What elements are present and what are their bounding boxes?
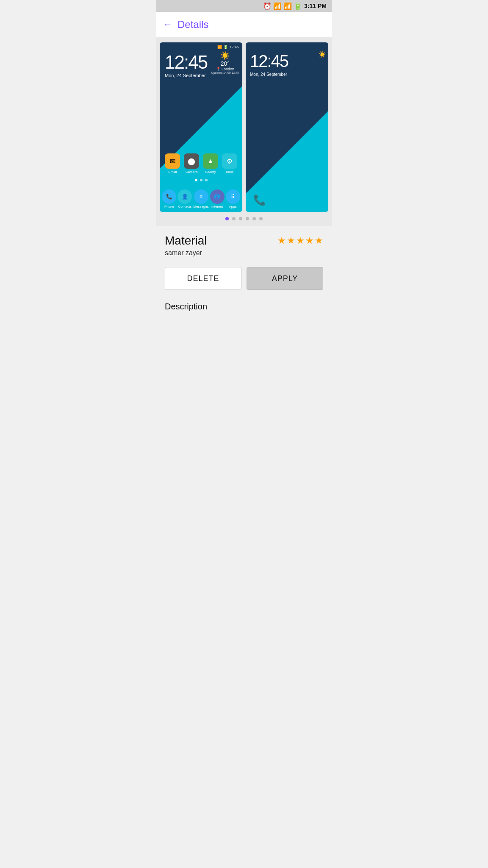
contacts-dock-icon: 👤: [177, 189, 192, 204]
dock-apps: ⠿ Apps: [226, 189, 240, 209]
header: ← Details: [156, 12, 332, 37]
preview-time-small: 12:45: [229, 45, 239, 49]
dot-3: [205, 179, 208, 181]
app-icons-row: ✉ Email ⬤ Camera ▲ Gallery ⚙ Tools: [160, 153, 242, 174]
theme-author: samer zayer: [165, 249, 323, 257]
star-2: ★: [287, 235, 295, 246]
app-icon-email: ✉ Email: [165, 153, 180, 174]
gallery-icon-box: ▲: [203, 153, 218, 169]
tools-label: Tools: [225, 170, 233, 174]
apply-button[interactable]: APPLY: [247, 267, 323, 290]
battery-icon: 🔋: [294, 2, 302, 10]
weather-widget: ☀️ 20° 📍 London Updated 14/09 12:45: [211, 51, 239, 74]
right-weather-icon: ☀️: [319, 51, 326, 58]
page-dot-4[interactable]: [246, 217, 249, 220]
pagination-dots: [156, 212, 332, 226]
internet-dock-icon: 🌐: [210, 189, 225, 204]
email-label: Email: [168, 170, 177, 174]
delete-button[interactable]: DELETE: [165, 267, 241, 290]
wifi-icon: 📶: [273, 2, 282, 10]
apps-dock-icon: ⠿: [226, 189, 240, 204]
dock-phone: 📞 Phone: [162, 189, 176, 209]
theme-name: Material: [165, 234, 207, 248]
star-4: ★: [305, 235, 314, 246]
phone-label: Phone: [164, 205, 174, 209]
camera-label: Camera: [186, 170, 197, 174]
weather-icon: ☀️: [211, 51, 239, 60]
app-icon-tools: ⚙ Tools: [222, 153, 237, 174]
internet-label: Internet: [211, 205, 223, 209]
star-1: ★: [277, 235, 286, 246]
preview-date: Mon, 24 September: [165, 73, 206, 78]
right-preview-clock: 12:45: [250, 52, 288, 71]
camera-icon-box: ⬤: [184, 153, 199, 169]
dock-row: 📞 Phone 👤 Contacts ≡ Messages 🌐 Internet…: [160, 189, 242, 209]
dot-2: [200, 179, 202, 181]
weather-temp: 20°: [211, 60, 239, 67]
tools-icon-box: ⚙: [222, 153, 237, 169]
app-icon-gallery: ▲ Gallery: [203, 153, 218, 174]
page-dot-1[interactable]: [225, 217, 229, 220]
weather-updated: Updated 14/09 12:45: [211, 71, 239, 74]
preview-card-right[interactable]: 12:45 Mon, 24 September ☀️ 📞: [246, 42, 328, 212]
page-title: Details: [177, 19, 208, 31]
preview-signal: 📶: [217, 45, 222, 49]
right-phone-icon: 📞: [253, 194, 266, 206]
messages-label: Messages: [193, 205, 208, 209]
page-dot-2[interactable]: [232, 217, 236, 220]
status-bar: ⏰ 📶 📶 🔋 3:11 PM: [156, 0, 332, 12]
apps-label: Apps: [229, 205, 236, 209]
contacts-label: Contacts: [178, 205, 192, 209]
theme-title-row: Material ★ ★ ★ ★ ★: [165, 234, 323, 248]
action-buttons: DELETE APPLY: [165, 267, 323, 290]
preview-battery: 🔋: [223, 45, 228, 49]
dot-1: [195, 179, 197, 181]
dock-messages: ≡ Messages: [193, 189, 208, 209]
star-5: ★: [315, 235, 323, 246]
preview-status-bar: 📶 🔋 12:45: [217, 45, 239, 49]
star-3: ★: [296, 235, 305, 246]
status-icons: ⏰ 📶 📶 🔋: [263, 2, 302, 10]
gallery-label: Gallery: [205, 170, 216, 174]
stars-row: ★ ★ ★ ★ ★: [277, 235, 323, 246]
page-dot-5[interactable]: [252, 217, 256, 220]
page-dot-3[interactable]: [239, 217, 242, 220]
app-icon-camera: ⬤ Camera: [184, 153, 199, 174]
right-preview-date: Mon, 24 September: [250, 72, 287, 77]
phone-dock-icon: 📞: [162, 189, 176, 204]
location-icon: 📍: [216, 67, 221, 71]
info-section: Material ★ ★ ★ ★ ★ samer zayer DELETE AP…: [156, 226, 332, 315]
back-button[interactable]: ←: [163, 19, 172, 30]
dock-contacts: 👤 Contacts: [177, 189, 192, 209]
messages-dock-icon: ≡: [194, 189, 208, 204]
weather-city: 📍 London: [211, 67, 239, 71]
preview-container: 📶 🔋 12:45 12:45 Mon, 24 September ☀️ 20°…: [156, 37, 332, 212]
preview-card-left[interactable]: 📶 🔋 12:45 12:45 Mon, 24 September ☀️ 20°…: [160, 42, 242, 212]
preview-clock: 12:45: [165, 52, 207, 73]
alarm-icon: ⏰: [263, 2, 272, 10]
status-time: 3:11 PM: [304, 3, 327, 9]
email-icon-box: ✉: [165, 153, 180, 169]
dock-internet: 🌐 Internet: [210, 189, 225, 209]
signal-icon: 📶: [283, 2, 292, 10]
page-dot-6[interactable]: [259, 217, 263, 220]
description-title: Description: [165, 302, 323, 315]
preview-dots: [160, 179, 242, 181]
